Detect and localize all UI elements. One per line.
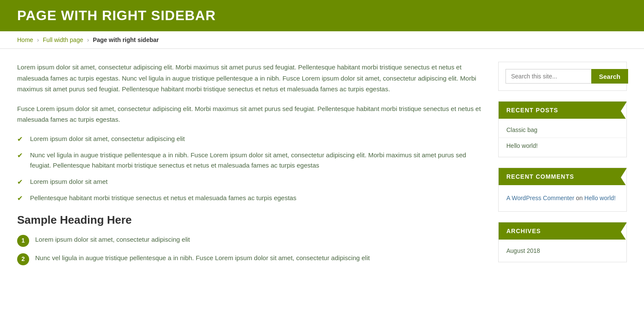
main-layout: Lorem ipsum dolor sit amet, consectetur … [0,49,644,285]
recent-comments-widget: RECENT COMMENTS A WordPress Commenter on… [498,168,627,212]
search-input[interactable] [506,69,591,84]
search-widget: Search [498,62,627,91]
check-item-2: Nunc vel ligula in augue tristique pelle… [17,150,481,171]
recent-comments-body: A WordPress Commenter on Hello world! [499,185,626,211]
archives-title: ARCHIVES [499,222,626,240]
check-item-4: Pellentesque habitant morbi tristique se… [17,193,481,203]
breadcrumb-current: Page with right sidebar [93,36,159,43]
archive-link-1[interactable]: August 2018 [499,243,626,258]
check-item-1: Lorem ipsum dolor sit amet, consectetur … [17,134,481,144]
numbered-item-2: 2 Nunc vel ligula in augue tristique pel… [17,253,481,265]
content-para1: Lorem ipsum dolor sit amet, consectetur … [17,62,481,95]
recent-post-2[interactable]: Hello world! [499,138,626,153]
breadcrumb-home[interactable]: Home [17,36,33,43]
breadcrumb-sep1: › [37,36,39,43]
numbered-list: 1 Lorem ipsum dolor sit amet, consectetu… [17,234,481,265]
archives-widget: ARCHIVES August 2018 [498,222,627,262]
breadcrumb-sep2: › [87,36,89,43]
search-button[interactable]: Search [591,69,628,84]
page-title: PAGE WITH RIGHT SIDEBAR [17,8,627,24]
search-form: Search [506,69,620,84]
breadcrumb: Home › Full width page › Page with right… [0,31,644,49]
num-badge-1: 1 [17,235,29,247]
recent-comments-title: RECENT COMMENTS [499,168,626,185]
numbered-item-1: 1 Lorem ipsum dolor sit amet, consectetu… [17,234,481,247]
comment-on: on [576,195,584,201]
num-badge-2: 2 [17,253,29,265]
check-item-3: Lorem ipsum dolor sit amet [17,177,481,187]
check-list: Lorem ipsum dolor sit amet, consectetur … [17,134,481,203]
recent-posts-title: RECENT POSTS [499,102,626,119]
recent-posts-body: Classic bag Hello world! [499,119,626,157]
archives-body: August 2018 [499,240,626,262]
breadcrumb-fullwidth[interactable]: Full width page [43,36,83,43]
content-para2: Fusce Lorem ipsum dolor sit amet, consec… [17,103,481,125]
recent-post-1[interactable]: Classic bag [499,122,626,138]
comment-post[interactable]: Hello world! [584,195,616,201]
comment-author[interactable]: A WordPress Commenter [506,195,574,201]
comment-item-1: A WordPress Commenter on Hello world! [499,189,626,208]
sidebar: Search RECENT POSTS Classic bag Hello wo… [498,62,627,273]
page-header: PAGE WITH RIGHT SIDEBAR [0,0,644,31]
recent-posts-widget: RECENT POSTS Classic bag Hello world! [498,101,627,157]
sample-heading: Sample Heading Here [17,213,481,227]
content-area: Lorem ipsum dolor sit amet, consectetur … [17,62,481,273]
